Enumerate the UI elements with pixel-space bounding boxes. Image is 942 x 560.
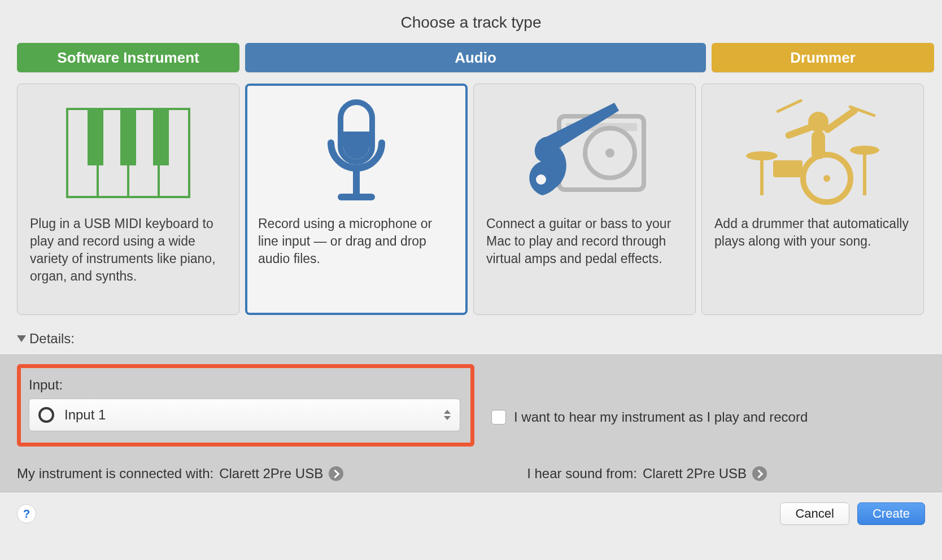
dialog-footer: ? Cancel Create <box>0 492 942 535</box>
svg-rect-1 <box>88 109 103 165</box>
input-select-value: Input 1 <box>64 407 106 423</box>
monitor-checkbox[interactable] <box>491 410 506 425</box>
mono-circle-icon <box>38 407 54 423</box>
input-label: Input: <box>29 377 460 393</box>
track-type-cards: Plug in a USB MIDI keyboard to play and … <box>17 84 925 315</box>
svg-rect-18 <box>776 99 803 113</box>
svg-rect-2 <box>120 109 136 165</box>
drummer-icon <box>714 97 911 209</box>
card-audio-microphone[interactable]: Record using a microphone or line input … <box>245 84 468 315</box>
card-audio-microphone-desc: Record using a microphone or line input … <box>258 215 455 268</box>
instrument-connected-chevron-icon[interactable] <box>329 466 343 481</box>
monitor-checkbox-label: I want to hear my instrument as I play a… <box>514 409 808 425</box>
card-drummer[interactable]: Add a drummer that automatically plays a… <box>701 84 924 315</box>
create-button[interactable]: Create <box>857 502 925 525</box>
card-software-instrument-desc: Plug in a USB MIDI keyboard to play and … <box>30 215 226 285</box>
hear-from-chevron-icon[interactable] <box>752 466 767 481</box>
tab-drummer[interactable]: Drummer <box>712 43 934 72</box>
details-panel: Input: Input 1 I want to hear my instrum… <box>0 355 942 492</box>
piano-keys-icon <box>30 97 226 209</box>
svg-point-26 <box>823 175 830 182</box>
guitar-amp-icon <box>486 97 683 209</box>
tab-audio[interactable]: Audio <box>245 43 706 72</box>
updown-stepper-icon <box>444 410 451 420</box>
card-software-instrument[interactable]: Plug in a USB MIDI keyboard to play and … <box>17 84 239 315</box>
dialog-title: Choose a track type <box>17 14 925 32</box>
details-label: Details: <box>29 331 75 347</box>
cancel-button[interactable]: Cancel <box>780 502 849 525</box>
details-disclosure[interactable]: Details: <box>17 331 925 347</box>
svg-point-13 <box>536 174 546 185</box>
instrument-connected-prefix: My instrument is connected with: <box>17 466 213 482</box>
instrument-connected-device: Clarett 2Pre USB <box>219 466 323 482</box>
disclosure-triangle-icon <box>17 335 26 342</box>
input-select[interactable]: Input 1 <box>29 399 460 431</box>
hear-from-row: I hear sound from: Clarett 2Pre USB <box>527 466 767 482</box>
svg-point-11 <box>605 148 614 158</box>
card-audio-guitar-desc: Connect a guitar or bass to your Mac to … <box>486 215 683 268</box>
card-drummer-desc: Add a drummer that automatically plays a… <box>714 215 911 250</box>
microphone-icon <box>258 97 455 209</box>
card-audio-guitar[interactable]: Connect a guitar or bass to your Mac to … <box>473 84 696 315</box>
help-button[interactable]: ? <box>17 504 36 523</box>
svg-rect-24 <box>773 160 803 177</box>
svg-rect-3 <box>153 109 169 165</box>
hear-from-device: Clarett 2Pre USB <box>643 466 747 482</box>
hear-from-prefix: I hear sound from: <box>527 466 637 482</box>
input-section-highlight: Input: Input 1 <box>17 364 474 447</box>
tab-software-instrument[interactable]: Software Instrument <box>17 43 239 72</box>
track-type-tabs: Software Instrument Audio Drummer <box>17 43 925 72</box>
instrument-connected-row: My instrument is connected with: Clarett… <box>17 466 343 482</box>
